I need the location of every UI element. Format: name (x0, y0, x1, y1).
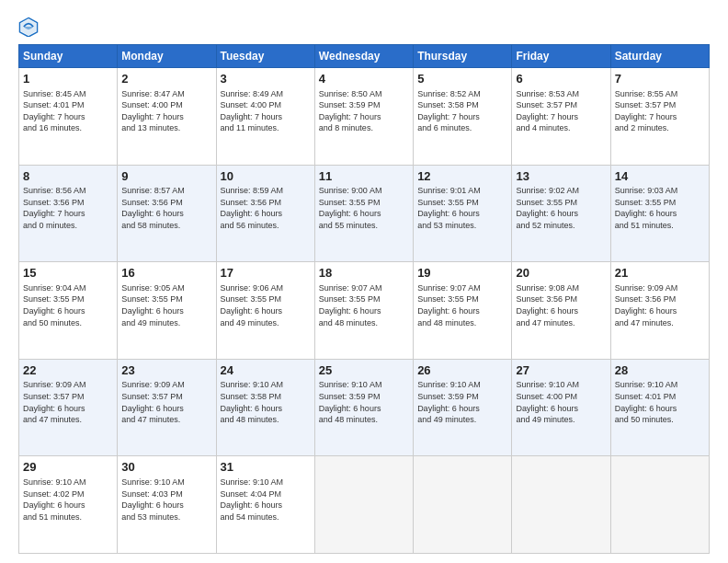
cell-info: Sunrise: 8:49 AMSunset: 4:00 PMDaylight:… (221, 88, 311, 134)
calendar-cell: 18Sunrise: 9:07 AMSunset: 3:55 PMDayligh… (314, 262, 413, 360)
calendar-cell: 11Sunrise: 9:00 AMSunset: 3:55 PMDayligh… (314, 165, 413, 262)
cell-info: Sunrise: 9:09 AMSunset: 3:57 PMDaylight:… (23, 379, 113, 425)
calendar-cell (512, 456, 610, 554)
cell-info: Sunrise: 9:10 AMSunset: 4:04 PMDaylight:… (221, 477, 311, 523)
calendar-cell: 16Sunrise: 9:05 AMSunset: 3:55 PMDayligh… (118, 262, 216, 360)
day-number: 15 (23, 265, 113, 282)
cell-info: Sunrise: 9:10 AMSunset: 3:59 PMDaylight:… (319, 379, 409, 425)
day-number: 16 (121, 265, 211, 282)
calendar-cell: 15Sunrise: 9:04 AMSunset: 3:55 PMDayligh… (19, 262, 118, 360)
calendar-cell: 20Sunrise: 9:08 AMSunset: 3:56 PMDayligh… (512, 262, 610, 360)
calendar-cell: 19Sunrise: 9:07 AMSunset: 3:55 PMDayligh… (414, 262, 512, 360)
calendar-cell: 5Sunrise: 8:52 AMSunset: 3:58 PMDaylight… (414, 68, 512, 166)
calendar-cell: 21Sunrise: 9:09 AMSunset: 3:56 PMDayligh… (610, 262, 709, 360)
calendar-cell: 1Sunrise: 8:45 AMSunset: 4:01 PMDaylight… (19, 68, 118, 166)
calendar-week-3: 15Sunrise: 9:04 AMSunset: 3:55 PMDayligh… (19, 262, 710, 360)
calendar-header-row: SundayMondayTuesdayWednesdayThursdayFrid… (19, 45, 710, 68)
day-number: 23 (121, 362, 211, 379)
calendar-table: SundayMondayTuesdayWednesdayThursdayFrid… (18, 44, 710, 554)
day-number: 4 (319, 71, 409, 87)
page: SundayMondayTuesdayWednesdayThursdayFrid… (0, 0, 728, 563)
cell-info: Sunrise: 9:00 AMSunset: 3:55 PMDaylight:… (319, 185, 409, 231)
calendar-cell: 24Sunrise: 9:10 AMSunset: 3:58 PMDayligh… (216, 359, 314, 456)
calendar-cell (414, 456, 512, 554)
day-number: 5 (417, 71, 507, 87)
calendar-cell: 12Sunrise: 9:01 AMSunset: 3:55 PMDayligh… (414, 165, 512, 262)
day-header-sunday: Sunday (19, 45, 118, 68)
day-header-wednesday: Wednesday (314, 45, 413, 68)
calendar-cell: 30Sunrise: 9:10 AMSunset: 4:03 PMDayligh… (118, 456, 216, 554)
day-number: 8 (23, 168, 113, 185)
calendar-week-1: 1Sunrise: 8:45 AMSunset: 4:01 PMDaylight… (19, 68, 710, 166)
day-number: 1 (23, 71, 113, 87)
cell-info: Sunrise: 8:52 AMSunset: 3:58 PMDaylight:… (417, 88, 507, 134)
day-header-monday: Monday (118, 45, 216, 68)
cell-info: Sunrise: 8:56 AMSunset: 3:56 PMDaylight:… (23, 185, 113, 231)
day-number: 12 (417, 168, 507, 185)
day-number: 20 (516, 265, 606, 282)
calendar-cell: 3Sunrise: 8:49 AMSunset: 4:00 PMDaylight… (216, 68, 314, 166)
cell-info: Sunrise: 9:10 AMSunset: 4:02 PMDaylight:… (23, 477, 113, 523)
cell-info: Sunrise: 9:10 AMSunset: 4:03 PMDaylight:… (121, 477, 211, 523)
day-number: 28 (615, 362, 705, 379)
cell-info: Sunrise: 8:45 AMSunset: 4:01 PMDaylight:… (23, 88, 113, 134)
day-number: 19 (417, 265, 507, 282)
day-header-tuesday: Tuesday (216, 45, 314, 68)
cell-info: Sunrise: 9:09 AMSunset: 3:57 PMDaylight:… (121, 379, 211, 425)
calendar-cell: 13Sunrise: 9:02 AMSunset: 3:55 PMDayligh… (512, 165, 610, 262)
calendar-cell: 29Sunrise: 9:10 AMSunset: 4:02 PMDayligh… (19, 456, 118, 554)
calendar-cell: 28Sunrise: 9:10 AMSunset: 4:01 PMDayligh… (610, 359, 709, 456)
cell-info: Sunrise: 8:53 AMSunset: 3:57 PMDaylight:… (516, 88, 606, 134)
day-number: 22 (23, 362, 113, 379)
cell-info: Sunrise: 9:10 AMSunset: 4:01 PMDaylight:… (615, 379, 705, 425)
day-number: 7 (615, 71, 705, 87)
calendar-cell (314, 456, 413, 554)
calendar-cell: 26Sunrise: 9:10 AMSunset: 3:59 PMDayligh… (414, 359, 512, 456)
calendar-cell: 2Sunrise: 8:47 AMSunset: 4:00 PMDaylight… (118, 68, 216, 166)
day-number: 29 (23, 459, 113, 476)
day-number: 13 (516, 168, 606, 185)
day-number: 27 (516, 362, 606, 379)
cell-info: Sunrise: 9:04 AMSunset: 3:55 PMDaylight:… (23, 282, 113, 328)
day-number: 14 (615, 168, 705, 185)
calendar-week-4: 22Sunrise: 9:09 AMSunset: 3:57 PMDayligh… (19, 359, 710, 456)
day-number: 18 (319, 265, 409, 282)
day-number: 10 (221, 168, 311, 185)
day-number: 3 (221, 71, 311, 87)
day-number: 21 (615, 265, 705, 282)
calendar-cell: 23Sunrise: 9:09 AMSunset: 3:57 PMDayligh… (118, 359, 216, 456)
day-number: 24 (221, 362, 311, 379)
cell-info: Sunrise: 9:10 AMSunset: 3:58 PMDaylight:… (221, 379, 311, 425)
day-number: 30 (121, 459, 211, 476)
cell-info: Sunrise: 9:08 AMSunset: 3:56 PMDaylight:… (516, 282, 606, 328)
day-number: 11 (319, 168, 409, 185)
day-number: 26 (417, 362, 507, 379)
day-header-thursday: Thursday (414, 45, 512, 68)
cell-info: Sunrise: 9:10 AMSunset: 3:59 PMDaylight:… (417, 379, 507, 425)
cell-info: Sunrise: 9:07 AMSunset: 3:55 PMDaylight:… (417, 282, 507, 328)
calendar-week-2: 8Sunrise: 8:56 AMSunset: 3:56 PMDaylight… (19, 165, 710, 262)
cell-info: Sunrise: 9:09 AMSunset: 3:56 PMDaylight:… (615, 282, 705, 328)
calendar-cell: 6Sunrise: 8:53 AMSunset: 3:57 PMDaylight… (512, 68, 610, 166)
calendar-cell: 27Sunrise: 9:10 AMSunset: 4:00 PMDayligh… (512, 359, 610, 456)
cell-info: Sunrise: 9:02 AMSunset: 3:55 PMDaylight:… (516, 185, 606, 231)
calendar-cell: 9Sunrise: 8:57 AMSunset: 3:56 PMDaylight… (118, 165, 216, 262)
day-number: 6 (516, 71, 606, 87)
calendar-cell (610, 456, 709, 554)
cell-info: Sunrise: 8:47 AMSunset: 4:00 PMDaylight:… (121, 88, 211, 134)
cell-info: Sunrise: 8:55 AMSunset: 3:57 PMDaylight:… (615, 88, 705, 134)
logo-icon (18, 17, 39, 37)
calendar-cell: 25Sunrise: 9:10 AMSunset: 3:59 PMDayligh… (314, 359, 413, 456)
day-number: 25 (319, 362, 409, 379)
calendar-cell: 14Sunrise: 9:03 AMSunset: 3:55 PMDayligh… (610, 165, 709, 262)
day-number: 9 (121, 168, 211, 185)
cell-info: Sunrise: 8:59 AMSunset: 3:56 PMDaylight:… (221, 185, 311, 231)
cell-info: Sunrise: 9:03 AMSunset: 3:55 PMDaylight:… (615, 185, 705, 231)
day-number: 17 (221, 265, 311, 282)
calendar-cell: 17Sunrise: 9:06 AMSunset: 3:55 PMDayligh… (216, 262, 314, 360)
cell-info: Sunrise: 9:07 AMSunset: 3:55 PMDaylight:… (319, 282, 409, 328)
calendar-cell: 7Sunrise: 8:55 AMSunset: 3:57 PMDaylight… (610, 68, 709, 166)
calendar-cell: 10Sunrise: 8:59 AMSunset: 3:56 PMDayligh… (216, 165, 314, 262)
calendar-cell: 8Sunrise: 8:56 AMSunset: 3:56 PMDaylight… (19, 165, 118, 262)
day-number: 2 (121, 71, 211, 87)
